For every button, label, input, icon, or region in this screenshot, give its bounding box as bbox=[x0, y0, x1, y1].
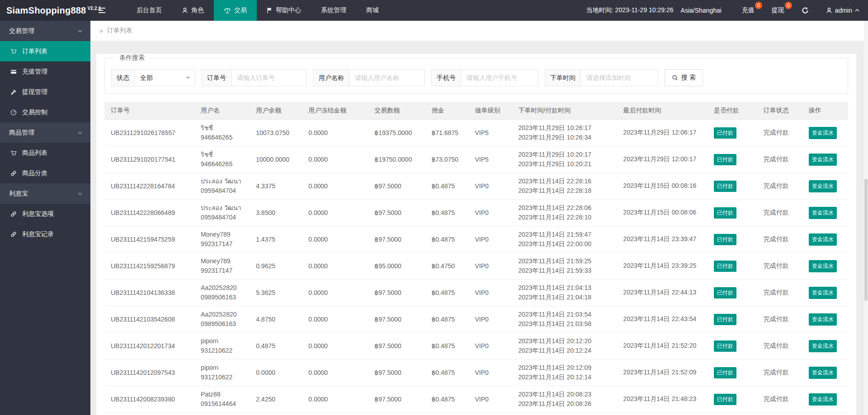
sidebar-item-trade-control[interactable]: 交易控制 bbox=[0, 102, 90, 122]
cell-amount: ฿97.5000 bbox=[371, 200, 428, 226]
cell-balance: 4.8750 bbox=[252, 306, 305, 333]
nav-roles[interactable]: 角色 bbox=[172, 0, 214, 21]
fund-flow-button[interactable]: 资金流水 bbox=[809, 367, 837, 379]
user-name: ริชชี่ bbox=[201, 123, 249, 133]
cell-frozen: 0.0000 bbox=[305, 120, 371, 146]
order-no-input[interactable] bbox=[231, 69, 307, 86]
cell-commission: ฿0.4875 bbox=[428, 226, 471, 253]
paid-badge: 已付款 bbox=[714, 340, 736, 352]
fund-flow-button[interactable]: 资金流水 bbox=[809, 287, 837, 299]
cell-user: Money789 992317147 bbox=[197, 226, 252, 253]
pay-time: 2023年11月14日 21:04:18 bbox=[518, 293, 616, 302]
order-time: 2023年11月14日 22:28:06 bbox=[518, 203, 616, 213]
cell-amount: ฿97.5000 bbox=[371, 173, 428, 200]
cell-status: 完成付款 bbox=[760, 173, 805, 200]
search-button[interactable]: 搜 索 bbox=[665, 69, 703, 86]
breadcrumb: » 订单列表 bbox=[90, 21, 868, 41]
table-row: UB2311142159475259 Money789 992317147 1.… bbox=[104, 226, 848, 253]
order-time-input[interactable] bbox=[580, 69, 658, 86]
recharge-button[interactable]: 充值 0 bbox=[733, 0, 763, 21]
sidebar-item-interest-options[interactable]: 利息宝选项 bbox=[0, 204, 90, 224]
cell-paid: 已付款 bbox=[710, 333, 760, 359]
nav-trade[interactable]: 交易 bbox=[214, 0, 257, 21]
fund-flow-button[interactable]: 资金流水 bbox=[809, 180, 837, 192]
cell-last-pay-time: 2023年11月15日 00:08:06 bbox=[620, 200, 710, 226]
cell-status: 完成付款 bbox=[760, 386, 805, 413]
header-right: 当地时间: 2023-11-29 10:29:26 Asia/Shanghai … bbox=[586, 0, 868, 21]
sidebar-item-interest-records[interactable]: 利息宝记录 bbox=[0, 224, 90, 244]
cell-user: Patz88 0915614464 bbox=[197, 386, 252, 413]
sidebar-item-goods-category[interactable]: 商品分类 bbox=[0, 163, 90, 183]
app-logo[interactable]: SiamShopping888 V2.2.1 bbox=[0, 0, 90, 21]
cell-vip-level: VIP0 bbox=[471, 386, 514, 413]
chevron-down-icon bbox=[78, 192, 82, 195]
user-name: ริชชี่ bbox=[201, 150, 249, 159]
col-action: 操作 bbox=[805, 102, 848, 120]
user-name: Money789 bbox=[201, 256, 249, 266]
col-order-no: 订单号 bbox=[104, 102, 197, 120]
cell-status: 完成付款 bbox=[760, 359, 805, 386]
status-filter: 状态 全部 bbox=[111, 69, 195, 86]
sidebar-item-recharge-manage[interactable]: 充值管理 bbox=[0, 61, 90, 82]
fund-flow-button[interactable]: 资金流水 bbox=[809, 393, 837, 406]
search-panel: 条件搜索 状态 全部 订单号 bbox=[104, 54, 848, 94]
nav-mall[interactable]: 商城 bbox=[356, 0, 389, 21]
order-time: 2023年11月14日 21:04:13 bbox=[518, 283, 616, 293]
cell-frozen: 0.0000 bbox=[305, 280, 371, 306]
cell-amount: ฿19750.0000 bbox=[371, 146, 428, 173]
pay-time: 2023年11月14日 20:12:24 bbox=[518, 346, 616, 355]
cell-frozen: 0.0000 bbox=[305, 200, 371, 226]
withdraw-button[interactable]: 提现 0 bbox=[763, 0, 793, 21]
sidebar-item-goods-list[interactable]: 商品列表 bbox=[0, 143, 90, 163]
phone-input[interactable] bbox=[461, 69, 538, 86]
nav-system[interactable]: 系统管理 bbox=[311, 0, 356, 21]
refresh-button[interactable] bbox=[793, 0, 817, 21]
col-commission: 佣金 bbox=[428, 102, 471, 120]
pay-time: 2023年11月14日 22:28:18 bbox=[518, 186, 616, 196]
cell-commission: ฿0.4875 bbox=[428, 333, 471, 359]
fund-flow-button[interactable]: 资金流水 bbox=[809, 340, 837, 352]
fund-flow-button[interactable]: 资金流水 bbox=[809, 260, 837, 272]
nav-help-center[interactable]: 帮助中心 bbox=[257, 0, 311, 21]
cell-frozen: 0.0000 bbox=[305, 386, 371, 413]
fund-flow-button[interactable]: 资金流水 bbox=[809, 207, 837, 219]
fund-flow-button[interactable]: 资金流水 bbox=[809, 233, 837, 246]
status-filter-label: 状态 bbox=[111, 69, 135, 86]
cell-balance: 10073.0750 bbox=[252, 120, 305, 146]
gauge-icon bbox=[10, 109, 17, 116]
sidebar-group-goods[interactable]: 商品管理 bbox=[0, 122, 90, 143]
chevron-down-icon bbox=[186, 77, 190, 81]
cell-paid: 已付款 bbox=[710, 253, 760, 280]
phone-filter: 手机号 bbox=[431, 69, 538, 86]
cell-user: ริชชี่ 946646265 bbox=[197, 120, 252, 146]
cell-vip-level: VIP0 bbox=[471, 359, 514, 386]
scrollbar-thumb[interactable] bbox=[864, 179, 868, 301]
sidebar-group-interest[interactable]: 利息宝 bbox=[0, 183, 90, 204]
cell-frozen: 0.0000 bbox=[305, 333, 371, 359]
admin-menu[interactable]: admin bbox=[817, 0, 868, 21]
cell-last-pay-time: 2023年11月14日 21:48:23 bbox=[620, 386, 710, 413]
table-row: UB2311291020177541 ริชชี่ 946646265 1000… bbox=[104, 146, 848, 173]
cell-action: 资金流水 bbox=[805, 359, 848, 386]
status-select-value: 全部 bbox=[140, 74, 153, 81]
fund-flow-button[interactable]: 资金流水 bbox=[809, 154, 837, 166]
sidebar-group-trade[interactable]: 交易管理 bbox=[0, 21, 90, 41]
user-name: Aa20252820 bbox=[201, 283, 249, 293]
order-time-filter: 下单时间 bbox=[545, 69, 658, 86]
fund-flow-button[interactable]: 资金流水 bbox=[809, 313, 837, 326]
cell-commission: ฿0.4875 bbox=[428, 306, 471, 333]
fund-flow-button[interactable]: 资金流水 bbox=[809, 127, 837, 139]
nav-dashboard[interactable]: 后台首页 bbox=[127, 0, 172, 21]
sidebar-item-withdraw-manage[interactable]: 提现管理 bbox=[0, 82, 90, 102]
app-title: SiamShopping888 bbox=[6, 5, 86, 16]
username-input[interactable] bbox=[349, 69, 425, 86]
cell-order-pay-time: 2023年11月14日 21:59:47 2023年11月14日 22:00:0… bbox=[514, 226, 619, 253]
cell-balance: 10000.0000 bbox=[252, 146, 305, 173]
col-balance: 用户余额 bbox=[252, 102, 305, 120]
status-select[interactable]: 全部 bbox=[134, 69, 195, 86]
cell-action: 资金流水 bbox=[805, 280, 848, 306]
scrollbar[interactable] bbox=[864, 21, 868, 415]
user-phone: 946646265 bbox=[201, 159, 249, 169]
sidebar-item-order-list[interactable]: 订单列表 bbox=[0, 41, 90, 61]
order-time: 2023年11月14日 21:59:47 bbox=[518, 230, 616, 239]
